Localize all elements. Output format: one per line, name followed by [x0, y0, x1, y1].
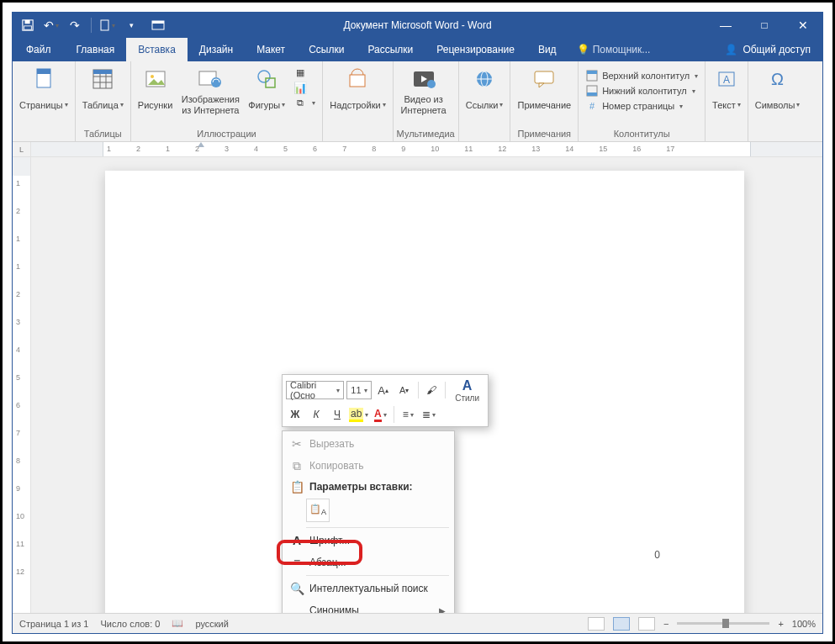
- highlight-button[interactable]: ab▾: [349, 405, 368, 424]
- ribbon-display-options-icon[interactable]: [141, 13, 175, 38]
- svg-point-23: [427, 80, 436, 88]
- mini-toolbar: Calibri (Осно▾ 11▾ A▴ A▾ 🖌 A Стили Ж К Ч…: [282, 374, 489, 427]
- zoom-in-button[interactable]: +: [778, 619, 783, 629]
- new-doc-icon[interactable]: ▾: [98, 15, 118, 35]
- close-button[interactable]: ✕: [784, 13, 822, 38]
- qat-customize-icon[interactable]: ▾: [121, 15, 141, 35]
- italic-button[interactable]: К: [307, 405, 325, 424]
- read-mode-button[interactable]: [588, 617, 605, 631]
- tab-references[interactable]: Ссылки: [297, 38, 356, 61]
- chart-button[interactable]: 📊: [293, 81, 315, 94]
- svg-marker-28: [539, 83, 544, 87]
- group-label-headerfooter: Колонтитулы: [582, 129, 701, 140]
- tab-file[interactable]: Файл: [13, 38, 65, 61]
- horizontal-ruler[interactable]: 121234567891011121314151617: [31, 142, 822, 156]
- ruler-corner: L: [13, 142, 31, 156]
- svg-rect-3: [101, 20, 108, 30]
- ctx-paste-options-header: 📋 Параметры вставки:: [283, 477, 454, 497]
- font-name-combo[interactable]: Calibri (Осно▾: [286, 381, 344, 399]
- tab-layout[interactable]: Макет: [245, 38, 297, 61]
- pages-button[interactable]: Страницы▾: [16, 64, 71, 118]
- header-icon: [585, 69, 599, 82]
- chevron-right-icon: ▶: [439, 606, 446, 614]
- paragraph-icon: ≡: [288, 556, 306, 569]
- ctx-paragraph[interactable]: ≡ Абзац...: [283, 552, 454, 573]
- web-layout-button[interactable]: [638, 617, 655, 631]
- ctx-synonyms[interactable]: Синонимы ▶: [283, 599, 454, 613]
- video-icon: [410, 66, 437, 92]
- maximize-button[interactable]: □: [745, 13, 784, 38]
- print-layout-button[interactable]: [613, 617, 630, 631]
- svg-rect-2: [24, 26, 32, 29]
- smartart-button[interactable]: ▦: [293, 66, 315, 79]
- group-label-media: Мультимедиа: [397, 129, 455, 140]
- zoom-level[interactable]: 100%: [792, 619, 816, 629]
- store-icon: [344, 66, 371, 92]
- proofing-icon[interactable]: 📖: [172, 618, 183, 629]
- ctx-smart-lookup[interactable]: 🔍 Интеллектуальный поиск: [283, 578, 454, 599]
- status-language[interactable]: русский: [195, 619, 228, 629]
- svg-point-15: [151, 75, 154, 78]
- font-color-button[interactable]: A▾: [371, 405, 389, 424]
- bulb-icon: 💡: [577, 44, 589, 55]
- numbering-button[interactable]: ≣▾: [420, 405, 438, 424]
- online-pictures-button[interactable]: Изображения из Интернета: [177, 64, 243, 118]
- textbox-icon: A: [713, 66, 740, 92]
- bullets-button[interactable]: ≡▾: [399, 405, 417, 424]
- svg-rect-5: [152, 21, 164, 24]
- pictures-button[interactable]: Рисунки: [135, 64, 177, 118]
- search-icon: 🔍: [288, 582, 306, 595]
- table-button[interactable]: Таблица▾: [79, 64, 127, 118]
- chart-icon: 📊: [293, 81, 307, 94]
- underline-button[interactable]: Ч: [328, 405, 346, 424]
- online-video-button[interactable]: Видео из Интернета: [397, 64, 451, 118]
- links-button[interactable]: Ссылки▾: [462, 64, 507, 118]
- shapes-button[interactable]: Фигуры▾: [245, 64, 288, 118]
- shrink-font-button[interactable]: A▾: [395, 381, 414, 399]
- pagenumber-button[interactable]: #Номер страницы▾: [585, 99, 698, 113]
- svg-rect-30: [587, 71, 597, 74]
- group-label-tables: Таблицы: [79, 129, 127, 140]
- tab-review[interactable]: Рецензирование: [425, 38, 526, 61]
- font-size-combo[interactable]: 11▾: [346, 381, 371, 399]
- ctx-copy[interactable]: ⧉ Копировать: [283, 455, 454, 477]
- format-painter-button[interactable]: 🖌: [422, 381, 441, 399]
- smartart-icon: ▦: [293, 66, 307, 79]
- textbox-button[interactable]: A Текст▾: [709, 64, 744, 118]
- symbols-button[interactable]: Ω Символы▾: [752, 64, 804, 118]
- hash-icon: #: [585, 99, 599, 113]
- ctx-font[interactable]: A Шрифт...: [283, 530, 454, 552]
- tab-view[interactable]: Вид: [526, 38, 568, 61]
- comment-button[interactable]: Примечание: [514, 64, 574, 118]
- tell-me-search[interactable]: 💡Помощник...: [568, 38, 659, 61]
- tab-mailings[interactable]: Рассылки: [356, 38, 425, 61]
- document-area: 121123456789101112 0 Calibri (Осно▾ 11▾ …: [13, 157, 822, 613]
- person-icon: 👤: [725, 44, 737, 55]
- tab-insert[interactable]: Вставка: [126, 38, 188, 61]
- undo-icon[interactable]: ↶▾: [41, 15, 61, 35]
- tab-design[interactable]: Дизайн: [188, 38, 245, 61]
- status-words[interactable]: Число слов: 0: [100, 619, 160, 629]
- styles-button[interactable]: A Стили: [450, 377, 484, 403]
- zoom-out-button[interactable]: −: [663, 619, 669, 629]
- picture-icon: [142, 66, 169, 92]
- vertical-ruler[interactable]: 121123456789101112: [13, 157, 31, 613]
- scissors-icon: ✂: [288, 437, 306, 451]
- save-icon[interactable]: [18, 15, 38, 35]
- footer-button[interactable]: Нижний колонтитул▾: [585, 84, 698, 98]
- illustrations-extra: ▦ 📊 ⧉▾: [290, 64, 319, 111]
- status-page[interactable]: Страница 1 из 1: [19, 619, 88, 629]
- share-button[interactable]: 👤Общий доступ: [713, 38, 822, 61]
- screenshot-button[interactable]: ⧉▾: [293, 96, 315, 109]
- paste-keep-text-button[interactable]: 📋A: [306, 499, 330, 522]
- ctx-cut[interactable]: ✂ Вырезать: [283, 433, 454, 455]
- zoom-slider[interactable]: [677, 622, 769, 625]
- redo-icon[interactable]: ↷: [65, 15, 85, 35]
- window-title: Документ Microsoft Word - Word: [343, 19, 491, 31]
- grow-font-button[interactable]: A▴: [374, 381, 393, 399]
- addins-button[interactable]: Надстройки▾: [326, 64, 388, 118]
- header-button[interactable]: Верхний колонтитул▾: [585, 69, 698, 82]
- bold-button[interactable]: Ж: [286, 405, 304, 424]
- minimize-button[interactable]: —: [706, 13, 745, 38]
- tab-home[interactable]: Главная: [65, 38, 127, 61]
